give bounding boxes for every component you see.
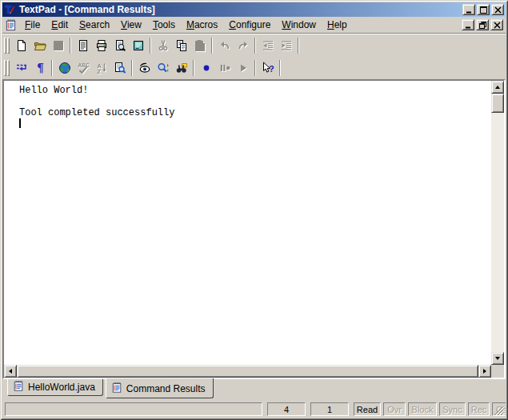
menu-item-edit[interactable]: Edit bbox=[46, 18, 74, 32]
resize-grip-icon[interactable] bbox=[494, 406, 504, 416]
menu-item-search[interactable]: Search bbox=[74, 18, 115, 32]
search-bookmark-button[interactable] bbox=[172, 59, 190, 77]
title-bar[interactable]: TextPad - [Command Results] bbox=[2, 2, 506, 17]
copy-button[interactable] bbox=[172, 37, 190, 54]
editor-line: Hello World! bbox=[19, 85, 491, 96]
scroll-up-button[interactable] bbox=[491, 81, 504, 94]
save-icon bbox=[52, 39, 65, 52]
unindent-button bbox=[258, 37, 277, 54]
tab-helloworld-java[interactable]: HelloWorld.java bbox=[7, 379, 103, 396]
down-arrow-icon bbox=[495, 357, 500, 360]
menu-item-configure[interactable]: Configure bbox=[223, 18, 276, 32]
status-indicator-block: Block bbox=[408, 402, 437, 416]
menu-item-file[interactable]: File bbox=[19, 18, 46, 32]
svg-text:Z: Z bbox=[97, 68, 101, 75]
restore-button[interactable] bbox=[476, 19, 489, 30]
document-properties-button[interactable] bbox=[74, 37, 92, 54]
up-arrow-icon bbox=[495, 86, 500, 89]
print-preview-icon bbox=[114, 39, 126, 52]
menu-item-window[interactable]: Window bbox=[276, 18, 322, 32]
document-icon bbox=[111, 382, 122, 396]
toolbar-separator bbox=[193, 60, 194, 76]
maximize-button[interactable] bbox=[477, 4, 490, 15]
toolbar-grip[interactable] bbox=[4, 38, 10, 54]
pause-macro-icon bbox=[218, 62, 231, 74]
new-document-button[interactable] bbox=[12, 37, 30, 54]
editor: Hello World!Tool completed successfully bbox=[2, 79, 506, 379]
editor-content[interactable]: Hello World!Tool completed successfully bbox=[4, 81, 491, 365]
toolbar-separator bbox=[131, 60, 133, 76]
sort-button: AZ bbox=[92, 59, 110, 77]
svg-text:?: ? bbox=[269, 64, 274, 74]
incremental-search-button[interactable] bbox=[154, 59, 172, 77]
find-in-files-button[interactable] bbox=[110, 59, 129, 77]
svg-text:¶: ¶ bbox=[37, 62, 44, 74]
indent-button bbox=[277, 37, 295, 54]
copy-icon bbox=[175, 39, 188, 52]
horizontal-scrollbar[interactable] bbox=[4, 365, 491, 378]
browser-globe-icon bbox=[58, 62, 71, 74]
record-macro-button[interactable] bbox=[197, 59, 215, 77]
undo-button bbox=[215, 37, 234, 54]
status-column-panel: 1 bbox=[310, 402, 349, 416]
new-document-icon bbox=[15, 39, 28, 52]
close-button[interactable] bbox=[490, 19, 503, 30]
word-wrap-icon bbox=[15, 62, 28, 74]
record-macro-icon bbox=[200, 62, 213, 74]
left-arrow-icon bbox=[9, 369, 12, 374]
scroll-left-button[interactable] bbox=[4, 365, 17, 378]
vertical-scrollbar-track[interactable] bbox=[491, 94, 504, 352]
svg-text:ABC: ABC bbox=[78, 62, 89, 68]
minimize-button[interactable] bbox=[462, 19, 474, 30]
menu-items: FileEditSearchViewToolsMacrosConfigureWi… bbox=[19, 18, 462, 32]
view-eye-button[interactable] bbox=[135, 59, 154, 77]
view-document-button[interactable] bbox=[129, 37, 147, 54]
incremental-search-icon bbox=[157, 62, 170, 74]
open-folder-icon bbox=[34, 39, 46, 52]
tab-command-results[interactable]: Command Results bbox=[106, 378, 214, 398]
play-macro-icon bbox=[237, 62, 250, 74]
paragraph-marks-button[interactable]: ¶ bbox=[30, 59, 49, 77]
context-help-button[interactable]: ? bbox=[258, 59, 277, 77]
toolbar-area: ¶ABCAZ? bbox=[2, 33, 506, 79]
open-folder-button[interactable] bbox=[30, 37, 49, 54]
word-wrap-button[interactable] bbox=[12, 59, 30, 77]
toolbar-grip[interactable] bbox=[4, 60, 10, 76]
toolbar-separator bbox=[150, 38, 151, 54]
text-caret bbox=[19, 118, 21, 128]
status-indicator-rec: Rec bbox=[468, 402, 490, 416]
horizontal-scrollbar-track[interactable] bbox=[17, 365, 478, 378]
spell-check-icon: ABC bbox=[77, 62, 90, 74]
find-in-files-icon bbox=[114, 62, 126, 74]
scroll-down-button[interactable] bbox=[491, 352, 504, 365]
print-preview-button[interactable] bbox=[110, 37, 129, 54]
scroll-right-button[interactable] bbox=[478, 365, 491, 378]
menu-item-macros[interactable]: Macros bbox=[181, 18, 223, 32]
status-message-panel bbox=[5, 402, 262, 416]
play-macro-button bbox=[234, 59, 252, 77]
menu-item-tools[interactable]: Tools bbox=[147, 18, 181, 32]
document-icon bbox=[13, 380, 24, 394]
editor-line bbox=[19, 118, 491, 130]
close-button[interactable] bbox=[491, 4, 504, 15]
vertical-scrollbar[interactable] bbox=[491, 81, 504, 365]
print-button[interactable] bbox=[92, 37, 110, 54]
menu-bar: FileEditSearchViewToolsMacrosConfigureWi… bbox=[2, 17, 506, 33]
vertical-scrollbar-thumb[interactable] bbox=[491, 94, 504, 113]
tab-bar: HelloWorld.javaCommand Results bbox=[2, 379, 506, 401]
textpad-logo-icon[interactable] bbox=[4, 4, 16, 16]
document-properties-icon bbox=[77, 39, 90, 52]
paste-icon bbox=[194, 39, 206, 52]
document-system-menu-icon[interactable] bbox=[5, 18, 19, 31]
menu-item-help[interactable]: Help bbox=[322, 18, 353, 32]
tab-label: Command Results bbox=[126, 383, 206, 394]
menu-item-view[interactable]: View bbox=[115, 18, 147, 32]
status-indicator-ovr: Ovr bbox=[383, 402, 406, 416]
toolbar-separator bbox=[70, 38, 71, 54]
toolbar-secondary: ¶ABCAZ? bbox=[2, 57, 506, 79]
mdi-child-controls bbox=[462, 19, 503, 30]
minimize-button[interactable] bbox=[462, 4, 475, 15]
browser-globe-button[interactable] bbox=[55, 59, 74, 77]
toolbar-separator bbox=[211, 38, 213, 54]
horizontal-scrollbar-thumb[interactable] bbox=[17, 365, 478, 378]
